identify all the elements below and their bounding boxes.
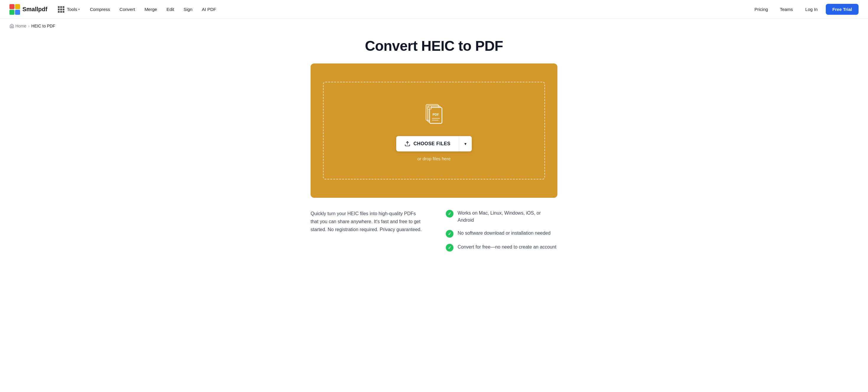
- chevron-down-icon: ▾: [78, 8, 80, 11]
- home-icon: [9, 24, 14, 28]
- logo-link[interactable]: Smallpdf: [9, 4, 47, 15]
- svg-rect-1: [15, 4, 20, 9]
- feature-item-2: No software download or installation nee…: [446, 230, 557, 238]
- feature-item-1: Works on Mac, Linux, Windows, iOS, or An…: [446, 209, 557, 224]
- upload-icon: [404, 141, 410, 147]
- nav-links: Compress Convert Merge Edit Sign AI PDF: [86, 4, 220, 14]
- chevron-down-icon: ▾: [464, 141, 466, 146]
- svg-rect-0: [9, 4, 14, 9]
- features-section: Quickly turn your HEIC files into high-q…: [311, 209, 557, 252]
- nav-ai-pdf[interactable]: AI PDF: [198, 4, 220, 14]
- feature-text-2: No software download or installation nee…: [458, 230, 551, 237]
- nav-compress[interactable]: Compress: [86, 4, 114, 14]
- breadcrumb-home-link[interactable]: Home: [9, 24, 26, 28]
- breadcrumb: Home › HEIC to PDF: [0, 19, 868, 33]
- svg-text:PDF: PDF: [433, 113, 439, 116]
- check-icon-3: [446, 244, 454, 252]
- choose-files-row: CHOOSE FILES ▾: [396, 136, 471, 152]
- features-description: Quickly turn your HEIC files into high-q…: [311, 209, 422, 234]
- svg-rect-2: [9, 10, 14, 15]
- features-left: Quickly turn your HEIC files into high-q…: [311, 209, 422, 234]
- svg-rect-3: [15, 10, 20, 15]
- features-right: Works on Mac, Linux, Windows, iOS, or An…: [446, 209, 557, 252]
- tools-button[interactable]: Tools ▾: [54, 4, 83, 15]
- breadcrumb-home-label: Home: [16, 24, 26, 28]
- nav-right: Pricing Teams Log In Free Trial: [750, 4, 859, 15]
- login-button[interactable]: Log In: [801, 4, 823, 14]
- nav-edit[interactable]: Edit: [162, 4, 178, 14]
- page-title: Convert HEIC to PDF: [311, 38, 557, 54]
- nav-merge[interactable]: Merge: [140, 4, 161, 14]
- feature-item-3: Convert for free—no need to create an ac…: [446, 243, 557, 252]
- main-content: Convert HEIC to PDF PDF: [301, 33, 567, 266]
- free-trial-button[interactable]: Free Trial: [826, 4, 859, 15]
- breadcrumb-separator: ›: [28, 24, 30, 28]
- dropzone-inner: PDF CHOOSE F: [323, 82, 545, 179]
- choose-files-dropdown-button[interactable]: ▾: [459, 136, 472, 152]
- choose-files-button[interactable]: CHOOSE FILES: [396, 136, 459, 152]
- file-upload-icon: PDF: [421, 100, 447, 127]
- logo-icon: [9, 4, 20, 15]
- nav-pricing[interactable]: Pricing: [750, 4, 772, 14]
- check-icon-1: [446, 210, 454, 218]
- choose-files-label: CHOOSE FILES: [413, 141, 450, 146]
- feature-text-3: Convert for free—no need to create an ac…: [458, 243, 556, 251]
- dropzone[interactable]: PDF CHOOSE F: [311, 63, 557, 198]
- nav-convert[interactable]: Convert: [116, 4, 140, 14]
- file-icon-wrapper: PDF: [421, 100, 447, 128]
- grid-icon: [58, 6, 64, 13]
- logo-text: Smallpdf: [23, 6, 47, 13]
- check-icon-2: [446, 230, 454, 238]
- tools-label: Tools: [67, 7, 77, 12]
- navbar: Smallpdf Tools ▾ Compress Convert Merge …: [0, 0, 868, 19]
- feature-text-1: Works on Mac, Linux, Windows, iOS, or An…: [458, 209, 557, 224]
- drop-text: or drop files here: [417, 156, 451, 161]
- nav-teams[interactable]: Teams: [776, 4, 797, 14]
- breadcrumb-current: HEIC to PDF: [31, 24, 55, 28]
- nav-sign[interactable]: Sign: [180, 4, 197, 14]
